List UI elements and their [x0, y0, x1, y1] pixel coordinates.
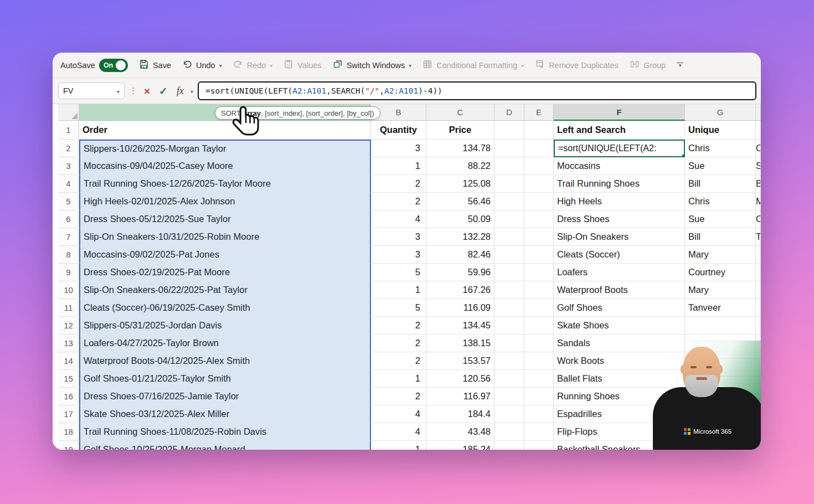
row-number[interactable]: 10	[58, 281, 79, 299]
cell-d[interactable]	[494, 228, 524, 246]
cell-e[interactable]	[524, 246, 554, 264]
cell-d[interactable]	[494, 441, 524, 450]
cell-order[interactable]: Dress Shoes-07/16/2025-Jamie Taylor	[79, 388, 371, 405]
cell-left-search-header[interactable]: Left and Search	[554, 121, 685, 140]
column-header-H-partial[interactable]	[756, 104, 761, 121]
cell-order[interactable]: Cleats (Soccer)-06/19/2025-Casey Smith	[79, 299, 371, 317]
cell-d[interactable]	[494, 193, 524, 210]
row-number[interactable]: 14	[58, 352, 79, 370]
row-number[interactable]: 18	[58, 423, 79, 441]
cell-h-partial[interactable]: S	[756, 157, 761, 175]
row-number[interactable]: 3	[58, 157, 79, 175]
cell-e[interactable]	[524, 388, 554, 405]
cell-e[interactable]	[524, 175, 554, 193]
row-number[interactable]: 12	[58, 317, 79, 335]
cell-d[interactable]	[494, 281, 524, 299]
cell-order[interactable]: Trail Running Shoes-12/26/2025-Taylor Mo…	[79, 175, 371, 193]
cell-quantity[interactable]: 2	[371, 388, 426, 405]
cell-h-partial[interactable]: C	[756, 140, 761, 157]
row-number[interactable]: 7	[58, 228, 79, 246]
autosave-toggle[interactable]: On	[99, 59, 128, 72]
cell-e[interactable]	[524, 317, 554, 335]
cell-order[interactable]: High Heels-02/01/2025-Alex Johnson	[79, 193, 371, 210]
cell-order[interactable]: Waterproof Boots-04/12/2025-Alex Smith	[79, 352, 371, 370]
cell-unique-header[interactable]: Unique	[685, 121, 756, 140]
cell-h-partial[interactable]: C	[756, 210, 761, 228]
cell-left-search[interactable]: Golf Shoes	[554, 299, 685, 317]
cell-unique[interactable]: Mary	[685, 281, 756, 299]
cell-h-partial[interactable]	[756, 317, 761, 335]
cell-price[interactable]: 138.15	[426, 335, 494, 352]
cell-order[interactable]: Slippers-05/31/2025-Jordan Davis	[79, 317, 371, 335]
row-number[interactable]: 9	[58, 264, 79, 281]
cell-price[interactable]: 134.78	[426, 140, 494, 157]
cell-quantity[interactable]: 1	[371, 157, 426, 175]
formula-input[interactable]: =sort(UNIQUE(LEFT(A2:A101,SEARCH("/",A2:…	[198, 81, 756, 100]
cell-d[interactable]	[494, 157, 524, 175]
row-number[interactable]: 15	[58, 370, 79, 388]
cell-price[interactable]: 82.46	[426, 246, 494, 264]
enter-button[interactable]: ✓	[157, 86, 170, 96]
cell-e[interactable]	[524, 264, 554, 281]
cell-e[interactable]	[524, 352, 554, 370]
cell-order[interactable]: Moccasins-09/04/2025-Casey Moore	[79, 157, 371, 175]
cell-price[interactable]: 184.4	[426, 405, 494, 423]
cell-unique[interactable]: Chris	[685, 140, 756, 157]
cell-d[interactable]	[494, 335, 524, 352]
cell-unique[interactable]: Bill	[685, 228, 756, 246]
column-header-F[interactable]: F	[554, 104, 685, 121]
cell-left-search[interactable]: Skate Shoes	[554, 317, 685, 335]
cell-d[interactable]	[494, 121, 524, 140]
conditional-formatting-button[interactable]: Conditional Formatting ▾	[423, 59, 524, 71]
cell-h-partial[interactable]	[756, 281, 761, 299]
name-box[interactable]: FV ▾	[58, 83, 125, 99]
cell-unique[interactable]: Sue	[685, 157, 756, 175]
row-number[interactable]: 5	[58, 193, 79, 210]
group-button[interactable]: Group	[630, 59, 666, 71]
row-number[interactable]: 8	[58, 246, 79, 264]
cell-d[interactable]	[494, 246, 524, 264]
cell-left-search[interactable]: High Heels	[554, 193, 685, 210]
cell-price[interactable]: 167.26	[426, 281, 494, 299]
cell-d[interactable]	[494, 352, 524, 370]
cell-d[interactable]	[494, 388, 524, 405]
column-header-D[interactable]: D	[494, 104, 524, 121]
undo-button[interactable]: Undo ▾	[182, 59, 222, 71]
cell-quantity[interactable]: 1	[371, 281, 426, 299]
row-number[interactable]: 16	[58, 388, 79, 405]
cell-e[interactable]	[524, 228, 554, 246]
cell-d[interactable]	[494, 140, 524, 157]
cell-left-search[interactable]: Slip-On Sneakers	[554, 228, 685, 246]
cell-quantity[interactable]: 2	[371, 193, 426, 210]
cell-unique[interactable]: Tanveer	[685, 299, 756, 317]
cell-quantity[interactable]: 1	[371, 370, 426, 388]
redo-button[interactable]: Redo ▾	[233, 59, 273, 71]
row-number[interactable]: 13	[58, 335, 79, 352]
cell-order[interactable]: Golf Shoes-01/21/2025-Taylor Smith	[79, 370, 371, 388]
cell-price[interactable]: 50.09	[426, 210, 494, 228]
cell-order[interactable]: Moccasins-09/02/2025-Pat Jones	[79, 246, 371, 264]
cell-e[interactable]	[524, 281, 554, 299]
cell-quantity[interactable]: 4	[371, 423, 426, 441]
cell-quantity[interactable]: 3	[371, 140, 426, 157]
cell-unique[interactable]: Courtney	[685, 264, 756, 281]
row-number[interactable]: 19	[58, 441, 79, 450]
cell-h-partial[interactable]	[756, 121, 761, 140]
active-cell[interactable]: =sort(UNIQUE(LEFT(A2:	[554, 140, 685, 157]
cell-order[interactable]: Loafers-04/27/2025-Taylor Brown	[79, 335, 371, 352]
cell-price[interactable]: 125.08	[426, 175, 494, 193]
select-all-button[interactable]	[58, 104, 79, 121]
cell-e[interactable]	[524, 405, 554, 423]
cell-quantity[interactable]: 1	[371, 441, 426, 450]
cell-quantity[interactable]: 2	[371, 352, 426, 370]
cell-left-search[interactable]: Waterproof Boots	[554, 281, 685, 299]
fill-handle[interactable]	[682, 154, 685, 157]
ribbon-collapse-button[interactable]: ▾	[677, 63, 683, 68]
row-number[interactable]: 17	[58, 405, 79, 423]
cell-quantity[interactable]: 2	[371, 175, 426, 193]
cell-left-search[interactable]: Loafers	[554, 264, 685, 281]
cell-order[interactable]: Slip-On Sneakers-10/31/2025-Robin Moore	[79, 228, 371, 246]
cell-d[interactable]	[494, 175, 524, 193]
column-header-C[interactable]: C	[426, 104, 494, 121]
cell-order[interactable]: Slippers-10/26/2025-Morgan Taylor	[79, 140, 371, 157]
